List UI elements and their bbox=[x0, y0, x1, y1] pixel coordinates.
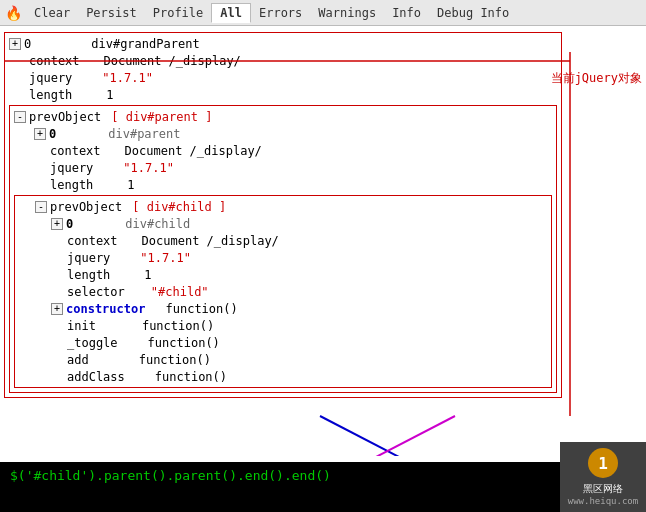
child-0-row: + 0 div#parent bbox=[10, 125, 556, 142]
child-0-value: div#parent bbox=[108, 127, 180, 141]
tree-panel: + 0 div#grandParent context Document /_d… bbox=[0, 26, 566, 512]
root-row[interactable]: + 0 div#grandParent bbox=[5, 35, 561, 52]
length-value-3: 1 bbox=[144, 268, 151, 282]
watermark-logo: 1 bbox=[588, 448, 618, 478]
jquery-key-3: jquery bbox=[67, 251, 110, 265]
toggle-value: function() bbox=[148, 336, 220, 350]
prevobject2-bracket: [ div#child ] bbox=[132, 200, 226, 214]
add-value: function() bbox=[139, 353, 211, 367]
addclass-value: function() bbox=[155, 370, 227, 384]
content-wrapper: + 0 div#grandParent context Document /_d… bbox=[0, 26, 646, 512]
debug-info-button[interactable]: Debug Info bbox=[429, 4, 517, 22]
length-key-3: length bbox=[67, 268, 110, 282]
prevobject2-header[interactable]: - prevObject [ div#child ] bbox=[15, 198, 551, 215]
length-row-1: length 1 bbox=[5, 86, 561, 103]
length-key-2: length bbox=[50, 178, 93, 192]
watermark: 1 黑区网络 www.heiqu.com bbox=[560, 442, 646, 512]
constructor-row: + constructor function() bbox=[15, 300, 551, 317]
init-value: function() bbox=[142, 319, 214, 333]
watermark-line2: www.heiqu.com bbox=[568, 496, 638, 506]
root-key: 0 bbox=[24, 37, 31, 51]
jquery-key-2: jquery bbox=[50, 161, 93, 175]
child-0-key: 0 bbox=[49, 127, 56, 141]
addclass-key: addClass bbox=[67, 370, 125, 384]
context-value-2: Document /_display/ bbox=[125, 144, 262, 158]
info-button[interactable]: Info bbox=[384, 4, 429, 22]
length-key-1: length bbox=[29, 88, 72, 102]
right-sidebar: 当前jQuery对象 bbox=[566, 26, 646, 512]
bottom-code: $('#child').parent().parent().end().end(… bbox=[10, 468, 550, 483]
context-row-1: context Document /_display/ bbox=[5, 52, 561, 69]
context-row-2: context Document /_display/ bbox=[10, 142, 556, 159]
toolbar-icon: 🔥 bbox=[4, 4, 22, 22]
jquery-key-1: jquery bbox=[29, 71, 72, 85]
selector-row: selector "#child" bbox=[15, 283, 551, 300]
child2-0-value: div#child bbox=[125, 217, 190, 231]
length-value-1: 1 bbox=[106, 88, 113, 102]
jquery-row-2: jquery "1.7.1" bbox=[10, 159, 556, 176]
toggle-row: _toggle function() bbox=[15, 334, 551, 351]
init-row: init function() bbox=[15, 317, 551, 334]
jquery-row-3: jquery "1.7.1" bbox=[15, 249, 551, 266]
selector-key: selector bbox=[67, 285, 125, 299]
addclass-row: addClass function() bbox=[15, 368, 551, 385]
sidebar-label: 当前jQuery对象 bbox=[551, 70, 642, 87]
init-key: init bbox=[67, 319, 96, 333]
add-row: add function() bbox=[15, 351, 551, 368]
prevobject1-expander[interactable]: - bbox=[14, 111, 26, 123]
context-value-3: Document /_display/ bbox=[142, 234, 279, 248]
length-row-2: length 1 bbox=[10, 176, 556, 193]
jquery-value-2: "1.7.1" bbox=[123, 161, 174, 175]
watermark-line1: 黑区网络 bbox=[583, 482, 623, 496]
context-key-3: context bbox=[67, 234, 118, 248]
prevobject1-bracket: [ div#parent ] bbox=[111, 110, 212, 124]
child-0-expander[interactable]: + bbox=[34, 128, 46, 140]
grandparent-box: + 0 div#grandParent context Document /_d… bbox=[4, 32, 562, 398]
jquery-row-1: jquery "1.7.1" bbox=[5, 69, 561, 86]
constructor-expander[interactable]: + bbox=[51, 303, 63, 315]
errors-button[interactable]: Errors bbox=[251, 4, 310, 22]
child2-0-expander[interactable]: + bbox=[51, 218, 63, 230]
context-key-1: context bbox=[29, 54, 80, 68]
context-key-2: context bbox=[50, 144, 101, 158]
context-value-1: Document /_display/ bbox=[104, 54, 241, 68]
bottom-panel: $('#child').parent().parent().end().end(… bbox=[0, 462, 560, 512]
root-value: div#grandParent bbox=[91, 37, 199, 51]
root-expander[interactable]: + bbox=[9, 38, 21, 50]
jquery-value-1: "1.7.1" bbox=[102, 71, 153, 85]
toggle-key: _toggle bbox=[67, 336, 118, 350]
child2-0-row: + 0 div#child bbox=[15, 215, 551, 232]
toolbar: 🔥 Clear Persist Profile All Errors Warni… bbox=[0, 0, 646, 26]
watermark-logo-text: 1 bbox=[598, 454, 608, 473]
warnings-button[interactable]: Warnings bbox=[310, 4, 384, 22]
prevobject2-key: prevObject bbox=[50, 200, 122, 214]
prevobject2-expander[interactable]: - bbox=[35, 201, 47, 213]
all-button[interactable]: All bbox=[211, 3, 251, 23]
profile-button[interactable]: Profile bbox=[145, 4, 212, 22]
constructor-key: constructor bbox=[66, 302, 145, 316]
prevobject1-box: - prevObject [ div#parent ] + 0 div#pare… bbox=[9, 105, 557, 393]
child2-0-key: 0 bbox=[66, 217, 73, 231]
add-key: add bbox=[67, 353, 89, 367]
prevobject2-box: - prevObject [ div#child ] + 0 div#child bbox=[14, 195, 552, 388]
persist-button[interactable]: Persist bbox=[78, 4, 145, 22]
length-row-3: length 1 bbox=[15, 266, 551, 283]
context-row-3: context Document /_display/ bbox=[15, 232, 551, 249]
prevobject1-header[interactable]: - prevObject [ div#parent ] bbox=[10, 108, 556, 125]
jquery-value-3: "1.7.1" bbox=[140, 251, 191, 265]
selector-value: "#child" bbox=[151, 285, 209, 299]
main-panel: + 0 div#grandParent context Document /_d… bbox=[0, 26, 646, 512]
constructor-value: function() bbox=[165, 302, 237, 316]
prevobject1-key: prevObject bbox=[29, 110, 101, 124]
clear-button[interactable]: Clear bbox=[26, 4, 78, 22]
length-value-2: 1 bbox=[127, 178, 134, 192]
